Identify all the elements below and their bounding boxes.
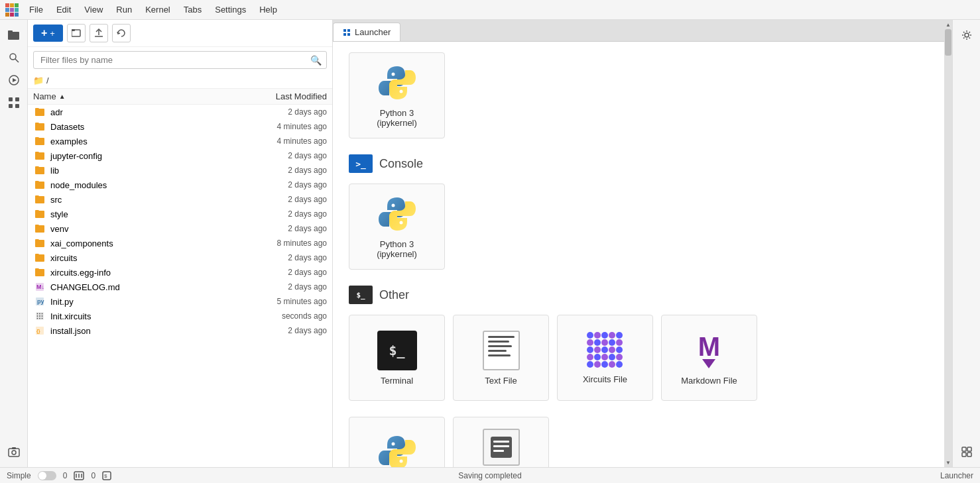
python3-console-card[interactable]: Python 3(ipykernel): [349, 52, 445, 138]
pyfile-card[interactable]: Python File: [349, 417, 445, 467]
file-modified: 2 days ago: [241, 282, 327, 292]
file-modified: seconds ago: [241, 311, 327, 321]
file-type-icon: [33, 311, 46, 321]
xircuits-dot: [616, 332, 623, 339]
svg-point-28: [37, 318, 38, 319]
textfile-card[interactable]: Text File: [453, 315, 549, 401]
xircuits-dot: [601, 354, 608, 360]
list-item[interactable]: node_modules 2 days ago: [28, 178, 332, 192]
list-item[interactable]: Datasets 4 minutes ago: [28, 119, 332, 134]
file-name: xai_components: [50, 239, 241, 248]
svg-rect-1: [8, 30, 13, 33]
list-item[interactable]: M↓ CHANGELOG.md 2 days ago: [28, 280, 332, 294]
scroll-thumb[interactable]: [945, 29, 951, 56]
file-name: Init.xircuits: [50, 311, 241, 321]
new-folder-button[interactable]: [67, 24, 86, 42]
list-item[interactable]: lib 2 days ago: [28, 163, 332, 178]
menu-file[interactable]: File: [24, 3, 48, 16]
status-center: Saving completed: [332, 471, 648, 480]
xircuits-dot: [616, 347, 623, 353]
xircuits-dot: [594, 332, 601, 339]
svg-rect-9: [15, 104, 19, 108]
sidebar-search-btn[interactable]: [4, 48, 24, 68]
refresh-button[interactable]: [112, 24, 131, 42]
terminal-card[interactable]: $_ Terminal: [349, 315, 445, 401]
upload-button[interactable]: [90, 24, 108, 42]
list-item[interactable]: adr 2 days ago: [28, 105, 332, 119]
list-item[interactable]: {} install.json 2 days ago: [28, 323, 332, 338]
other-section-icon: $_: [349, 286, 373, 304]
svg-point-42: [399, 459, 402, 462]
sidebar-folder-btn[interactable]: [4, 25, 24, 45]
new-button[interactable]: + +: [33, 25, 63, 42]
svg-point-26: [39, 315, 40, 317]
menu-edit[interactable]: Edit: [51, 3, 76, 16]
textfile-label: Text File: [485, 376, 517, 386]
status-left: Simple 0 0 $: [7, 471, 324, 480]
markdown-card[interactable]: M Markdown File: [661, 315, 757, 401]
toggle-knob: [38, 472, 46, 480]
list-item[interactable]: style 2 days ago: [28, 207, 332, 221]
file-type-icon: [33, 136, 46, 146]
console-cards-row: Python 3(ipykernel): [349, 52, 928, 138]
right-extensions-icon[interactable]: [957, 442, 977, 462]
menu-tabs[interactable]: Tabs: [178, 3, 207, 16]
list-item[interactable]: py Init.py 5 minutes ago: [28, 294, 332, 309]
file-modified: 2 days ago: [241, 253, 327, 262]
xircuits-dot: [616, 361, 623, 368]
menu-kernel[interactable]: Kernel: [140, 3, 176, 16]
scroll-track[interactable]: [944, 29, 952, 458]
contextual-card[interactable]: Show ContextualHelp: [453, 417, 549, 467]
col-modified-header[interactable]: Last Modified: [241, 91, 327, 101]
sidebar-run-btn[interactable]: [4, 70, 24, 90]
xircuits-icon: [587, 332, 624, 369]
xircuits-card[interactable]: Xircuits File: [557, 315, 653, 401]
file-modified: 5 minutes ago: [241, 297, 327, 306]
svg-point-39: [391, 204, 395, 207]
mode-toggle[interactable]: [38, 471, 56, 480]
scroll-down-arrow[interactable]: ▼: [944, 458, 952, 467]
svg-rect-45: [493, 445, 509, 447]
file-name: Init.py: [50, 297, 241, 307]
file-modified: 2 days ago: [241, 195, 327, 204]
svg-rect-51: [967, 453, 971, 456]
search-bar: 🔍: [28, 47, 332, 73]
list-item[interactable]: jupyter-config 2 days ago: [28, 148, 332, 163]
list-item[interactable]: Init.xircuits seconds ago: [28, 309, 332, 323]
list-item[interactable]: examples 4 minutes ago: [28, 134, 332, 148]
console-section-icon: >_: [349, 154, 373, 173]
list-item[interactable]: xircuits 2 days ago: [28, 250, 332, 265]
scroll-up-arrow[interactable]: ▲: [944, 20, 952, 29]
right-sidebar: [952, 20, 980, 467]
menu-help[interactable]: Help: [254, 3, 282, 16]
file-type-icon: [33, 165, 46, 176]
status-right: Launcher: [656, 471, 973, 480]
sidebar-extensions-btn[interactable]: [4, 93, 24, 113]
menu-run[interactable]: Run: [111, 3, 137, 16]
menu-settings[interactable]: Settings: [210, 3, 251, 16]
tab-bar: Launcher: [333, 20, 944, 42]
file-name: lib: [50, 166, 241, 176]
list-item[interactable]: xai_components 8 minutes ago: [28, 236, 332, 250]
file-type-icon: [33, 107, 46, 117]
right-settings-icon[interactable]: [957, 25, 977, 45]
xircuits-dot: [616, 354, 623, 360]
xircuits-dot: [609, 361, 615, 368]
svg-rect-35: [343, 33, 346, 36]
xircuits-dot: [616, 339, 623, 346]
content-area: Launcher: [333, 20, 944, 467]
list-item[interactable]: xircuits.egg-info 2 days ago: [28, 265, 332, 280]
svg-point-24: [42, 313, 43, 315]
sidebar-camera-btn[interactable]: [4, 442, 24, 462]
xircuits-dot: [609, 354, 615, 360]
file-name: adr: [50, 107, 241, 117]
file-modified: 2 days ago: [241, 166, 327, 175]
search-input[interactable]: [33, 51, 327, 69]
tab-launcher[interactable]: Launcher: [333, 23, 400, 41]
console-section-header: >_ Console: [349, 154, 928, 173]
menu-view[interactable]: View: [79, 3, 108, 16]
col-name-header[interactable]: Name ▲: [33, 91, 241, 101]
list-item[interactable]: src 2 days ago: [28, 192, 332, 207]
list-item[interactable]: venv 2 days ago: [28, 221, 332, 236]
python3-console-card-2[interactable]: Python 3(ipykernel): [349, 184, 445, 270]
